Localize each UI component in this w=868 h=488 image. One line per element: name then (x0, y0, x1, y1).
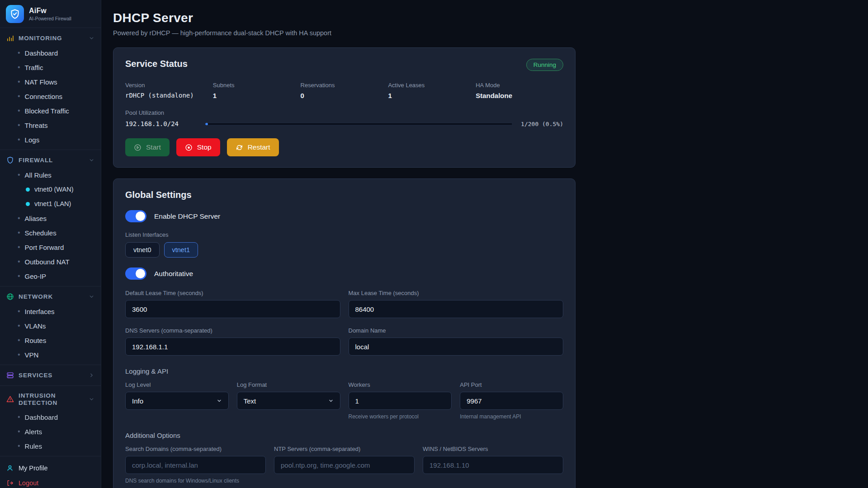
search-domains-help: DNS search domains for Windows/Linux cli… (125, 478, 266, 484)
my-profile-link[interactable]: My Profile (0, 460, 101, 475)
chevron-right-icon (89, 372, 94, 378)
bullet-icon: • (18, 171, 20, 178)
bullet-icon: • (18, 93, 20, 100)
domain-name-input[interactable] (349, 338, 564, 356)
sidebar-item-schedules[interactable]: •Schedules (0, 225, 101, 240)
search-domains-input[interactable] (125, 456, 266, 474)
stat-label: Active Leases (388, 82, 476, 89)
section-label: NETWORK (19, 293, 53, 300)
sidebar-item-aliases[interactable]: •Aliases (0, 211, 101, 225)
item-label: Blocked Traffic (25, 107, 69, 115)
interface-chip-vtnet1[interactable]: vtnet1 (164, 242, 198, 258)
search-domains-label: Search Domains (comma-separated) (125, 446, 266, 452)
item-label: Geo-IP (25, 272, 47, 280)
sidebar-item-interfaces[interactable]: •Interfaces (0, 304, 101, 319)
search-domains-field-group: Search Domains (comma-separated) DNS sea… (125, 446, 266, 484)
sidebar-item-threats[interactable]: •Threats (0, 118, 101, 132)
server-icon (6, 371, 14, 379)
api-port-label: API Port (460, 381, 563, 388)
start-button[interactable]: Start (125, 138, 170, 156)
sidebar-item-vlans[interactable]: •VLANs (0, 319, 101, 333)
stop-button[interactable]: Stop (176, 138, 220, 156)
item-label: Alerts (25, 428, 42, 436)
sidebar-item-vtnet0-wan[interactable]: vtnet0 (WAN) (0, 182, 101, 197)
stat-value: 0 (301, 92, 388, 99)
sidebar-item-routes[interactable]: •Routes (0, 333, 101, 347)
logout-link[interactable]: Logout (0, 475, 101, 488)
sidebar-item-geo-ip[interactable]: •Geo-IP (0, 269, 101, 283)
dns-servers-input[interactable] (125, 338, 340, 356)
sidebar-header-monitoring[interactable]: MONITORING (0, 30, 101, 46)
log-level-select[interactable]: Info (125, 392, 229, 410)
sidebar-header-network[interactable]: NETWORK (0, 289, 101, 304)
section-label: MONITORING (19, 35, 62, 42)
sidebar-item-nat-flows[interactable]: •NAT Flows (0, 75, 101, 89)
chevron-down-icon (328, 398, 334, 404)
global-settings-card: Global Settings Enable DHCP Server Liste… (113, 178, 576, 488)
authoritative-toggle[interactable] (125, 267, 146, 280)
bullet-icon: • (18, 244, 20, 251)
log-format-label: Log Format (237, 381, 340, 388)
sidebar-item-ids-dashboard[interactable]: •Dashboard (0, 410, 101, 424)
bullet-icon: • (18, 442, 20, 450)
item-label: vtnet1 (LAN) (34, 200, 71, 207)
listen-interfaces-label: Listen Interfaces (125, 231, 563, 238)
chevron-down-icon (217, 398, 222, 404)
sidebar-header-services[interactable]: SERVICES (0, 367, 101, 383)
bullet-icon: • (18, 229, 20, 236)
sidebar-item-all-rules[interactable]: •All Rules (0, 168, 101, 182)
item-label: All Rules (25, 171, 52, 179)
stat-value: Standalone (476, 92, 563, 99)
sidebar-item-ids-rules[interactable]: •Rules (0, 439, 101, 453)
sidebar-section-firewall: FIREWALL •All Rules vtnet0 (WAN) vtnet1 … (0, 150, 101, 286)
service-status-title: Service Status (125, 59, 188, 69)
sidebar-item-port-forward[interactable]: •Port Forward (0, 240, 101, 254)
item-label: Connections (25, 93, 62, 100)
sidebar-item-traffic[interactable]: •Traffic (0, 60, 101, 75)
bullet-icon: • (18, 258, 20, 265)
stop-circle-icon (185, 144, 193, 151)
item-label: Port Forward (25, 244, 64, 251)
ntp-servers-input[interactable] (274, 456, 415, 474)
pool-utilization: Pool Utilization 192.168.1.0/24 1/200 (0… (125, 109, 563, 127)
app-tagline: AI-Powered Firewall (29, 16, 71, 21)
pool-progress-fill (205, 123, 208, 125)
wins-servers-label: WINS / NetBIOS Servers (423, 446, 563, 452)
domain-name-field-group: Domain Name (349, 327, 564, 356)
item-label: NAT Flows (25, 78, 57, 86)
sidebar-header-intrusion-detection[interactable]: INTRUSION DETECTION (0, 388, 101, 410)
stat-value: rDHCP (standalone) (125, 92, 213, 99)
ntp-servers-label: NTP Servers (comma-separated) (274, 446, 415, 452)
sidebar-item-logs[interactable]: •Logs (0, 132, 101, 147)
enable-dhcp-toggle[interactable] (125, 210, 146, 222)
bullet-icon: • (18, 351, 20, 358)
default-lease-field-group: Default Lease Time (seconds) (125, 290, 340, 318)
chevron-down-icon (89, 396, 94, 402)
default-lease-input[interactable] (125, 300, 340, 318)
sidebar-item-ids-alerts[interactable]: •Alerts (0, 424, 101, 439)
item-label: vtnet0 (WAN) (34, 186, 73, 193)
wins-servers-input[interactable] (423, 456, 563, 474)
item-label: Logs (25, 136, 40, 144)
sidebar-item-vtnet1-lan[interactable]: vtnet1 (LAN) (0, 197, 101, 211)
bullet-icon: • (18, 337, 20, 344)
sidebar-item-dashboard[interactable]: •Dashboard (0, 46, 101, 60)
sidebar-item-connections[interactable]: •Connections (0, 89, 101, 103)
workers-input[interactable] (349, 392, 452, 410)
api-port-input[interactable] (460, 392, 563, 410)
sidebar-item-blocked-traffic[interactable]: •Blocked Traffic (0, 103, 101, 118)
restart-button[interactable]: Restart (227, 138, 279, 156)
sidebar-item-vpn[interactable]: •VPN (0, 347, 101, 362)
sidebar-header-firewall[interactable]: FIREWALL (0, 152, 101, 168)
log-level-field-group: Log Level Info (125, 381, 229, 420)
service-status-card: Service Status Running Version rDHCP (st… (113, 47, 576, 168)
app-name: AiFw (29, 7, 71, 15)
app-logo[interactable]: AiFw AI-Powered Firewall (0, 0, 101, 28)
max-lease-input[interactable] (349, 300, 564, 318)
sidebar-item-outbound-nat[interactable]: •Outbound NAT (0, 254, 101, 269)
bullet-icon: • (18, 428, 20, 435)
api-port-field-group: API Port Internal management API (460, 381, 563, 420)
bullet-icon: • (18, 322, 20, 329)
log-format-select[interactable]: Text (237, 392, 340, 410)
interface-chip-vtnet0[interactable]: vtnet0 (125, 242, 160, 258)
